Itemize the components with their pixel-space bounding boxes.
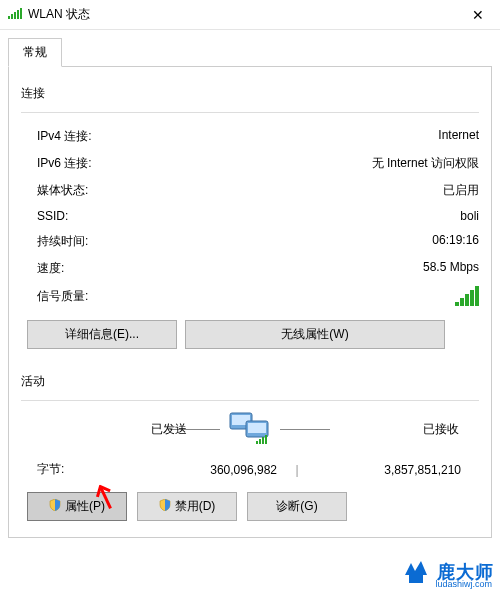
connection-rows: IPv4 连接: Internet IPv6 连接: 无 Internet 访问… bbox=[21, 123, 479, 282]
window-title: WLAN 状态 bbox=[28, 6, 464, 23]
row-speed: 速度: 58.5 Mbps bbox=[37, 255, 479, 282]
wifi-icon bbox=[8, 8, 22, 22]
disable-label: 禁用(D) bbox=[175, 498, 216, 515]
tab-general[interactable]: 常规 bbox=[8, 38, 62, 67]
row-media: 媒体状态: 已启用 bbox=[37, 177, 479, 204]
bytes-row: 字节: 360,096,982 | 3,857,851,210 bbox=[21, 461, 479, 478]
bytes-sent-value: 360,096,982 bbox=[137, 463, 277, 477]
separator: | bbox=[277, 463, 317, 477]
row-signal: 信号质量: bbox=[21, 282, 479, 316]
ipv4-value: Internet bbox=[438, 128, 479, 145]
disable-button[interactable]: 禁用(D) bbox=[137, 492, 237, 521]
watermark-logo-icon bbox=[401, 557, 431, 587]
svg-rect-7 bbox=[265, 435, 267, 444]
wireless-properties-button[interactable]: 无线属性(W) bbox=[185, 320, 445, 349]
duration-value: 06:19:16 bbox=[432, 233, 479, 250]
sent-label: 已发送 bbox=[151, 421, 187, 438]
divider bbox=[21, 112, 479, 113]
shield-icon bbox=[49, 499, 61, 514]
svg-rect-4 bbox=[256, 441, 258, 444]
connection-heading: 连接 bbox=[21, 85, 479, 102]
dash-icon bbox=[280, 429, 330, 430]
signal-bars-icon bbox=[455, 286, 479, 306]
shield-icon bbox=[159, 499, 171, 514]
ipv6-value: 无 Internet 访问权限 bbox=[372, 155, 479, 172]
ssid-value: boli bbox=[460, 209, 479, 223]
row-ipv6: IPv6 连接: 无 Internet 访问权限 bbox=[37, 150, 479, 177]
titlebar: WLAN 状态 ✕ bbox=[0, 0, 500, 30]
media-label: 媒体状态: bbox=[37, 182, 88, 199]
row-ssid: SSID: boli bbox=[37, 204, 479, 228]
diagnose-label: 诊断(G) bbox=[276, 498, 317, 515]
dialog-body: 常规 连接 IPv4 连接: Internet IPv6 连接: 无 Inter… bbox=[0, 30, 500, 546]
ipv4-label: IPv4 连接: bbox=[37, 128, 92, 145]
activity-visual: 已发送 已接收 bbox=[21, 411, 479, 447]
svg-rect-3 bbox=[248, 423, 266, 433]
speed-value: 58.5 Mbps bbox=[423, 260, 479, 277]
watermark-url: ludashiwj.com bbox=[435, 579, 492, 589]
ipv6-label: IPv6 连接: bbox=[37, 155, 92, 172]
signal-label: 信号质量: bbox=[21, 288, 88, 305]
row-ipv4: IPv4 连接: Internet bbox=[37, 123, 479, 150]
tab-content: 连接 IPv4 连接: Internet IPv6 连接: 无 Internet… bbox=[8, 67, 492, 538]
divider bbox=[21, 400, 479, 401]
close-button[interactable]: ✕ bbox=[464, 7, 492, 23]
duration-label: 持续时间: bbox=[37, 233, 88, 250]
ssid-label: SSID: bbox=[37, 209, 68, 223]
watermark: 鹿大师 ludashiwj.com bbox=[401, 557, 494, 587]
tabstrip: 常规 bbox=[8, 38, 492, 67]
speed-label: 速度: bbox=[37, 260, 64, 277]
connection-buttons: 详细信息(E)... 无线属性(W) bbox=[21, 320, 479, 349]
bytes-received-value: 3,857,851,210 bbox=[317, 463, 479, 477]
row-duration: 持续时间: 06:19:16 bbox=[37, 228, 479, 255]
media-value: 已启用 bbox=[443, 182, 479, 199]
details-button[interactable]: 详细信息(E)... bbox=[27, 320, 177, 349]
received-label: 已接收 bbox=[423, 421, 459, 438]
diagnose-button[interactable]: 诊断(G) bbox=[247, 492, 347, 521]
network-computers-icon bbox=[228, 411, 272, 447]
bytes-label: 字节: bbox=[37, 461, 137, 478]
activity-heading: 活动 bbox=[21, 373, 479, 390]
svg-rect-6 bbox=[262, 437, 264, 444]
svg-rect-5 bbox=[259, 439, 261, 444]
